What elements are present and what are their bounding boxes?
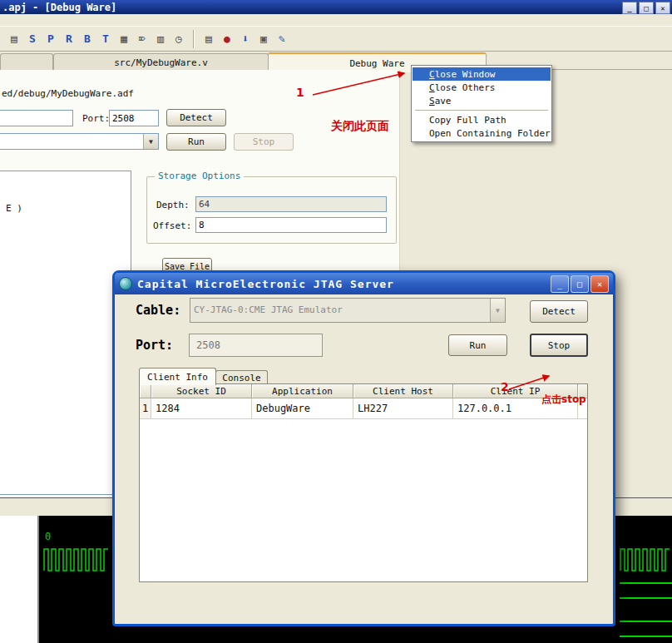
maximize-button[interactable]: □ — [639, 2, 654, 14]
memory-icon[interactable]: ▦ — [115, 30, 133, 48]
menu-separator — [415, 110, 548, 111]
annotation-step-2: 2 — [501, 380, 509, 393]
dialog-run-button[interactable]: Run — [448, 334, 507, 356]
port-label: Port: — [82, 113, 110, 124]
minimize-button[interactable]: _ — [622, 2, 637, 14]
main-toolbar: ▤ S P R B T ▦ ⌦ ▥ ◷ ▤ ● ⬇ ▣ ✎ — [0, 26, 672, 52]
header-application: Application — [252, 384, 353, 398]
jtag-server-dialog: Capital MicroElectronic JTAG Server _ □ … — [112, 270, 615, 626]
header-socket-id: Socket ID — [151, 384, 252, 398]
trash-icon[interactable]: ⌦ — [133, 30, 151, 48]
waveform-name-column — [0, 516, 39, 643]
globe-icon — [119, 277, 132, 290]
letter-t-button[interactable]: T — [96, 30, 115, 48]
device-field[interactable] — [0, 110, 73, 126]
menu-item-save[interactable]: Save — [413, 94, 551, 107]
waveform-line-1 — [620, 582, 672, 584]
adf-path-text: ed/debug/MyDebugWare.adf — [2, 88, 134, 99]
report-icon[interactable]: ▤ — [200, 30, 218, 48]
dialog-title: Capital MicroElectronic JTAG Server — [137, 278, 394, 290]
tab-blank[interactable] — [0, 53, 53, 71]
waveform-line-4 — [620, 636, 672, 637]
main-titlebar[interactable]: .apj - [Debug Ware] _ □ ✕ — [0, 0, 672, 14]
dialog-port-input[interactable]: 2508 — [189, 334, 323, 357]
close-button[interactable]: ✕ — [655, 2, 670, 14]
tab-src-mydebugware[interactable]: src/MyDebugWare.v — [53, 53, 269, 71]
annotation-close-page: 关闭此页面 — [331, 119, 389, 134]
load-icon[interactable]: ⬇ — [236, 30, 254, 48]
annotation-click-stop: 点击stop — [541, 393, 586, 407]
cable-combobox-value: CY-JTAG-0:CME JTAG Emulator — [190, 299, 490, 322]
target-combobox[interactable]: ▼ — [0, 133, 159, 150]
table-icon[interactable]: ▥ — [151, 30, 170, 48]
main-window-title: .apj - [Debug Ware] — [2, 2, 116, 13]
dialog-minimize-button[interactable]: _ — [551, 275, 569, 293]
offset-input[interactable] — [195, 217, 387, 233]
client-table: Socket ID Application Client Host Client… — [139, 383, 588, 582]
toolbar-separator — [193, 30, 195, 48]
cell-application: DebugWare — [252, 398, 353, 419]
letter-s-button[interactable]: S — [23, 30, 42, 48]
letter-p-button[interactable]: P — [42, 30, 60, 48]
chevron-down-icon[interactable]: ▼ — [143, 134, 158, 149]
depth-label: Depth: — [156, 200, 190, 210]
dialog-detect-button[interactable]: Detect — [530, 300, 588, 323]
cable-chevron-down-icon[interactable]: ▼ — [490, 299, 505, 322]
document-tabbar: src/MyDebugWare.v Debug Ware — [0, 52, 672, 70]
dialog-close-button[interactable]: ✕ — [590, 275, 609, 293]
dialog-titlebar[interactable]: Capital MicroElectronic JTAG Server _ □ … — [115, 273, 613, 294]
letter-b-button[interactable]: B — [78, 30, 96, 48]
waveform-line-2 — [620, 597, 672, 599]
client-table-header: Socket ID Application Client Host Client… — [140, 384, 587, 398]
table-row[interactable]: 1 1284 DebugWare LH227 127.0.0.1 — [140, 398, 587, 419]
dialog-stop-button[interactable]: Stop — [530, 334, 588, 357]
main-window-controls: _ □ ✕ — [622, 2, 670, 14]
menu-item-close-others[interactable]: Close Others — [413, 81, 551, 94]
record-icon[interactable]: ● — [218, 30, 236, 48]
cable-label: Cable: — [136, 303, 180, 318]
tab-context-menu: Close Window Close Others Save Copy Full… — [411, 65, 552, 142]
menu-item-close-window[interactable]: Close Window — [413, 67, 551, 81]
app-window: .apj - [Debug Ware] _ □ ✕ ▤ S P R B T ▦ … — [0, 0, 672, 643]
run-button[interactable]: Run — [166, 133, 226, 151]
signal-value-label: 0 — [45, 531, 51, 542]
storage-options-title: Storage Options — [155, 171, 244, 181]
clock-icon[interactable]: ◷ — [170, 30, 188, 48]
target-combobox-value — [0, 134, 143, 149]
header-client-host: Client Host — [353, 384, 453, 398]
menu-item-copy-full-path[interactable]: Copy Full Path — [413, 113, 551, 126]
cable-combobox[interactable]: CY-JTAG-0:CME JTAG Emulator ▼ — [190, 298, 506, 323]
cell-client-host: LH227 — [353, 398, 453, 419]
header-index — [140, 384, 151, 398]
cell-socket-id: 1284 — [151, 398, 252, 419]
page-icon[interactable]: ▤ — [5, 30, 23, 48]
brush-icon[interactable]: ✎ — [273, 30, 291, 48]
waveform-trace-right — [620, 546, 671, 574]
menu-item-open-containing-folder[interactable]: Open Containing Folder — [413, 126, 551, 140]
waveform-trace-left — [43, 546, 110, 574]
waveform-line-3 — [620, 621, 672, 622]
depth-input[interactable] — [195, 196, 387, 212]
tab-client-info[interactable]: Client Info — [139, 368, 216, 385]
chip-icon[interactable]: ▣ — [254, 30, 273, 48]
letter-r-button[interactable]: R — [60, 30, 78, 48]
annotation-step-1: 1 — [296, 86, 304, 99]
signal-list-item: E ) — [6, 203, 22, 214]
stop-button-main: Stop — [234, 133, 294, 151]
detect-button[interactable]: Detect — [166, 109, 226, 126]
menu-strip — [0, 14, 672, 26]
dialog-maximize-button[interactable]: □ — [571, 275, 589, 293]
cell-index: 1 — [140, 398, 151, 419]
dialog-port-label: Port: — [136, 338, 173, 353]
offset-label: Offset: — [153, 220, 191, 231]
port-input[interactable] — [109, 110, 159, 126]
dialog-window-controls: _ □ ✕ — [551, 275, 609, 293]
